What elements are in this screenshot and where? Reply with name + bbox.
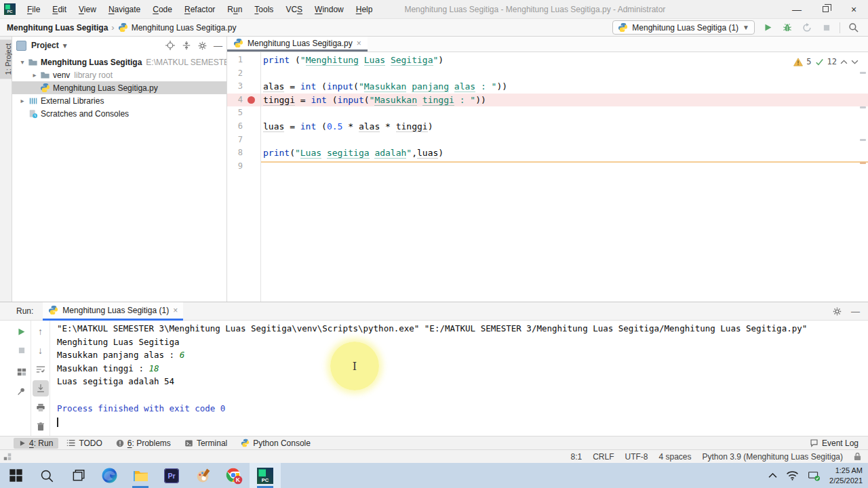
code-line[interactable] [261,134,868,147]
run-button[interactable] [761,21,774,35]
taskbar-task-view-icon[interactable] [62,463,94,488]
code-line[interactable]: alas = int (input("Masukkan panjang alas… [261,80,868,94]
restore-button[interactable] [811,0,840,19]
editor-tab[interactable]: Menghitung Luas Segitiga.py × [227,37,368,52]
taskbar-chrome-k-icon[interactable]: K [218,463,250,488]
hide-panel-icon[interactable]: — [214,41,222,51]
editor-body[interactable]: 123456789 print ("Menghitung Luas Segiti… [227,52,868,302]
up-stack-trace-icon[interactable]: ↑ [33,322,49,341]
menu-item-code[interactable]: Code [146,5,178,14]
breadcrumb-file[interactable]: Menghitung Luas Segitiga.py [132,23,237,33]
menu-item-window[interactable]: Window [309,5,350,14]
tree-row[interactable]: Scratches and Consoles [12,107,226,120]
taskbar-paint-icon[interactable] [187,463,218,488]
tree-row[interactable]: ▾Menghitung Luas SegitigaE:\MATKUL SEMES… [12,56,226,68]
tray-display-icon[interactable] [808,470,821,481]
search-everywhere-icon[interactable] [846,21,860,35]
wifi-icon[interactable] [786,470,799,481]
taskbar-clock[interactable]: 1:25 AM 2/25/2021 [829,466,863,485]
breadcrumb-project[interactable]: Menghitung Luas Segitiga [7,23,108,33]
code-line[interactable]: print("Luas segitiga adalah",luas) [261,146,868,160]
taskbar-explorer-icon[interactable] [125,463,156,488]
taskbar-edge-icon[interactable] [94,463,125,488]
rerun-button[interactable] [14,322,30,341]
menu-item-file[interactable]: File [21,5,46,14]
toolwindow-button-todo[interactable]: TODO [61,438,107,449]
taskbar-pycharm-icon[interactable]: PC [250,463,281,488]
close-icon[interactable]: × [173,306,178,315]
gutter-line[interactable]: 3 [227,80,260,94]
menu-item-vcs[interactable]: VCS [279,5,309,14]
lock-icon[interactable] [854,452,861,461]
menu-item-view[interactable]: View [73,5,102,14]
tool-window-toggle-icon[interactable] [3,453,12,461]
gutter-line[interactable]: 4 [227,94,260,107]
hide-panel-icon[interactable]: — [851,306,860,317]
run-tab[interactable]: Menghitung Luas Segitiga (1) × [43,302,183,321]
tree-row[interactable]: Menghitung Luas Segitiga.py [12,81,226,94]
restore-layout-icon[interactable] [14,363,30,382]
close-button[interactable]: × [840,0,868,19]
status-item[interactable]: 4 spaces [659,452,692,462]
gutter-line[interactable]: 9 [227,160,260,174]
next-problem-icon[interactable] [851,60,859,64]
code-line[interactable]: luas = int (0.5 * alas * tinggi) [261,120,868,134]
chevron-down-icon[interactable]: ▾ [18,58,27,66]
chevron-right-icon[interactable]: ▸ [30,71,39,79]
chevron-down-icon[interactable]: ▼ [62,42,68,49]
event-log-button[interactable]: Event Log [810,439,859,448]
menu-item-navigate[interactable]: Navigate [102,5,146,14]
sidebar-item-project[interactable]: 1: Project [0,39,12,79]
taskbar-start-icon[interactable] [0,463,31,488]
chevron-right-icon[interactable]: ▸ [18,97,27,104]
run-config-selector[interactable]: Menghitung Luas Segitiga (1) ▼ [612,20,755,35]
project-panel-title[interactable]: Project [31,41,59,50]
status-item[interactable]: CRLF [593,452,614,462]
clear-console-icon[interactable] [33,417,49,436]
scroll-to-end-icon[interactable] [33,380,49,396]
status-item[interactable]: Python 3.9 (Menghitung Luas Segitiga) [703,452,843,462]
collapse-all-icon[interactable] [182,41,191,50]
gutter-line[interactable]: 1 [227,54,260,67]
code-line[interactable]: tinggi = int (input("Masukkan tinggi : "… [261,94,868,107]
close-icon[interactable]: × [357,39,361,48]
toolwindow-button-run[interactable]: 4: Run [14,438,58,449]
error-stripe-mark[interactable] [860,72,866,74]
menu-item-refactor[interactable]: Refactor [178,5,221,14]
console-output[interactable]: "E:\MATKUL SEMESTER 3\Menghitung Luas Se… [50,321,868,436]
taskbar-search-taskbar-icon[interactable] [31,463,62,488]
tree-row[interactable]: ▸venvlibrary root [12,68,226,81]
error-stripe-mark[interactable] [860,106,866,108]
gear-icon[interactable] [198,41,207,50]
code-line[interactable]: print ("Menghitung Luas Segitiga") [261,54,868,67]
prev-problem-icon[interactable] [840,60,848,64]
menu-item-help[interactable]: Help [350,5,379,14]
breakpoint-icon[interactable] [243,96,259,104]
toolwindow-button-pythonconsole[interactable]: Python Console [235,438,316,449]
gear-icon[interactable] [833,307,842,316]
menu-item-edit[interactable]: Edit [46,5,73,14]
print-icon[interactable] [33,398,49,417]
taskbar-premiere-icon[interactable]: Pr [156,463,187,488]
code-line[interactable] [261,106,868,120]
pin-tab-icon[interactable] [14,382,30,401]
inspections-widget[interactable]: 5 12 [793,56,859,69]
minimize-button[interactable]: — [783,0,811,19]
gutter-line[interactable]: 8 [227,146,260,160]
code-area[interactable]: print ("Menghitung Luas Segitiga")alas =… [261,52,868,302]
menu-item-tools[interactable]: Tools [248,5,279,14]
tree-row[interactable]: ▸External Libraries [12,94,226,107]
down-stack-trace-icon[interactable]: ↓ [33,341,49,360]
gutter-line[interactable]: 2 [227,67,260,81]
status-item[interactable]: UTF-8 [625,452,648,462]
error-stripe-mark[interactable] [860,162,866,164]
toolwindow-button-problems[interactable]: 6: Problems [111,438,176,449]
debug-button[interactable] [781,21,794,35]
gutter-line[interactable]: 5 [227,106,260,120]
soft-wrap-icon[interactable] [33,360,49,379]
locate-file-icon[interactable] [165,41,175,50]
toolwindow-button-terminal[interactable]: Terminal [179,438,233,449]
menu-item-run[interactable]: Run [221,5,248,14]
gutter-line[interactable]: 7 [227,134,260,147]
code-line[interactable] [261,67,868,81]
